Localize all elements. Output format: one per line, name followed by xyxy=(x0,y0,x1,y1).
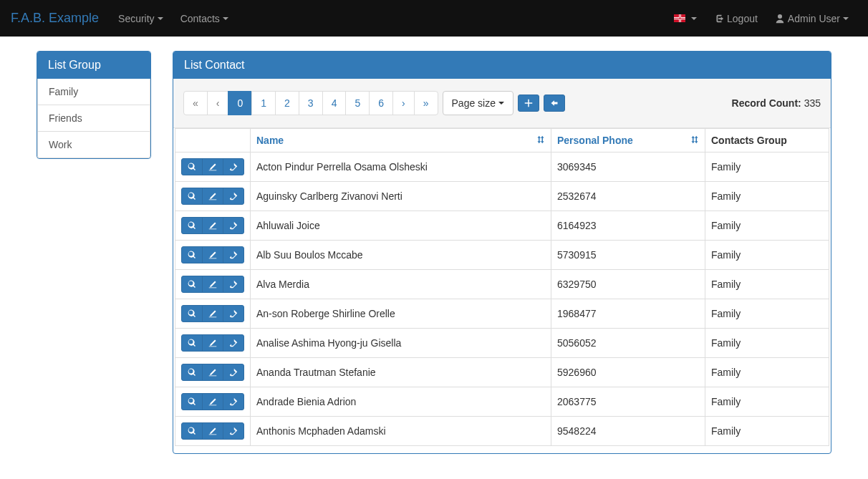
show-button[interactable] xyxy=(181,334,203,352)
security-menu-label: Security xyxy=(118,13,155,24)
delete-button[interactable] xyxy=(223,393,244,410)
page-3[interactable]: 3 xyxy=(299,91,323,115)
eraser-icon xyxy=(229,368,238,377)
column-name[interactable]: Name xyxy=(251,129,551,153)
add-button[interactable] xyxy=(518,95,539,112)
cell-name: Alva Merdia xyxy=(251,270,551,299)
edit-button[interactable] xyxy=(202,158,223,175)
search-icon xyxy=(188,339,196,347)
eraser-icon xyxy=(229,192,238,200)
page-size-dropdown[interactable]: Page size xyxy=(443,91,513,115)
page-0[interactable]: 0 xyxy=(228,91,252,115)
search-icon xyxy=(188,368,196,377)
cell-phone: 2532674 xyxy=(551,182,705,211)
row-actions xyxy=(175,153,251,182)
column-name-label: Name xyxy=(256,135,284,146)
delete-button[interactable] xyxy=(223,276,244,293)
cell-group: Family xyxy=(705,329,829,358)
cell-group: Family xyxy=(705,211,829,241)
delete-button[interactable] xyxy=(223,364,244,381)
cell-phone: 2063775 xyxy=(551,387,705,417)
page-5[interactable]: 5 xyxy=(345,91,370,115)
contacts-table: Name Personal Phone Contacts Group xyxy=(175,128,829,446)
delete-button[interactable] xyxy=(223,334,244,352)
show-button[interactable] xyxy=(181,393,203,410)
page-2[interactable]: 2 xyxy=(275,91,299,115)
edit-button[interactable] xyxy=(202,217,223,234)
edit-icon xyxy=(208,397,217,406)
show-button[interactable] xyxy=(181,276,203,293)
user-label: Admin User xyxy=(788,13,840,24)
cell-name: Anthonis Mcphaden Adamski xyxy=(251,417,551,446)
show-button[interactable] xyxy=(181,364,203,381)
cell-name: Ahluwali Joice xyxy=(251,211,551,241)
sidebar-item-family[interactable]: Family xyxy=(37,79,150,105)
sidebar-item-work[interactable]: Work xyxy=(37,132,150,158)
edit-button[interactable] xyxy=(202,393,223,410)
row-actions xyxy=(175,417,251,446)
table-row: An-son Roberge Shirline Orelle1968477Fam… xyxy=(175,299,829,329)
language-menu[interactable] xyxy=(665,4,705,33)
delete-button[interactable] xyxy=(223,217,244,234)
page-6[interactable]: 6 xyxy=(369,91,393,115)
show-button[interactable] xyxy=(181,158,203,175)
page-next[interactable]: › xyxy=(392,91,415,115)
column-group-label: Contacts Group xyxy=(711,135,787,146)
edit-button[interactable] xyxy=(202,246,223,263)
page-1[interactable]: 1 xyxy=(251,91,276,115)
table-row: Ahluwali Joice6164923Family xyxy=(175,211,829,241)
edit-button[interactable] xyxy=(202,422,223,440)
logout-link[interactable]: Logout xyxy=(705,2,766,35)
user-menu[interactable]: Admin User xyxy=(766,2,857,35)
search-icon xyxy=(188,163,196,171)
column-actions xyxy=(175,129,251,153)
edit-button[interactable] xyxy=(202,276,223,293)
show-button[interactable] xyxy=(181,246,203,263)
edit-button[interactable] xyxy=(202,188,223,205)
page-last[interactable]: » xyxy=(414,91,438,115)
cell-group: Family xyxy=(705,241,829,270)
delete-button[interactable] xyxy=(223,246,244,263)
edit-button[interactable] xyxy=(202,364,223,381)
page-first: « xyxy=(183,91,208,115)
sort-icon xyxy=(690,135,699,146)
column-phone[interactable]: Personal Phone xyxy=(551,129,705,153)
sidebar-item-friends[interactable]: Friends xyxy=(37,105,150,132)
delete-button[interactable] xyxy=(223,422,244,440)
sidebar-panel: List Group FamilyFriendsWork xyxy=(37,51,151,159)
delete-button[interactable] xyxy=(223,158,244,175)
eraser-icon xyxy=(229,397,238,406)
caret-down-icon xyxy=(843,17,849,20)
show-button[interactable] xyxy=(181,188,203,205)
show-button[interactable] xyxy=(181,422,203,440)
edit-icon xyxy=(208,221,217,230)
delete-button[interactable] xyxy=(223,305,244,322)
page-4[interactable]: 4 xyxy=(322,91,347,115)
search-icon xyxy=(188,309,196,318)
search-icon xyxy=(188,280,196,289)
contacts-menu[interactable]: Contacts xyxy=(172,2,237,35)
cell-group: Family xyxy=(705,153,829,182)
cell-phone: 6164923 xyxy=(551,211,705,241)
page-size-label: Page size xyxy=(452,96,496,110)
row-actions xyxy=(175,387,251,417)
cell-group: Family xyxy=(705,387,829,417)
back-arrow-icon xyxy=(550,99,559,107)
row-actions xyxy=(175,270,251,299)
cell-phone: 5926960 xyxy=(551,358,705,387)
edit-button[interactable] xyxy=(202,305,223,322)
edit-icon xyxy=(208,339,217,347)
caret-down-icon xyxy=(158,17,163,20)
search-icon xyxy=(188,427,196,435)
edit-button[interactable] xyxy=(202,334,223,352)
brand-link[interactable]: F.A.B. Example xyxy=(11,0,110,37)
delete-button[interactable] xyxy=(223,188,244,205)
security-menu[interactable]: Security xyxy=(110,2,172,35)
back-button[interactable] xyxy=(544,95,565,112)
table-row: Analise Ashima Hyong-ju Gisella5056052Fa… xyxy=(175,329,829,358)
edit-icon xyxy=(208,192,217,200)
show-button[interactable] xyxy=(181,305,203,322)
show-button[interactable] xyxy=(181,217,203,234)
edit-icon xyxy=(208,163,217,171)
cell-group: Family xyxy=(705,417,829,446)
